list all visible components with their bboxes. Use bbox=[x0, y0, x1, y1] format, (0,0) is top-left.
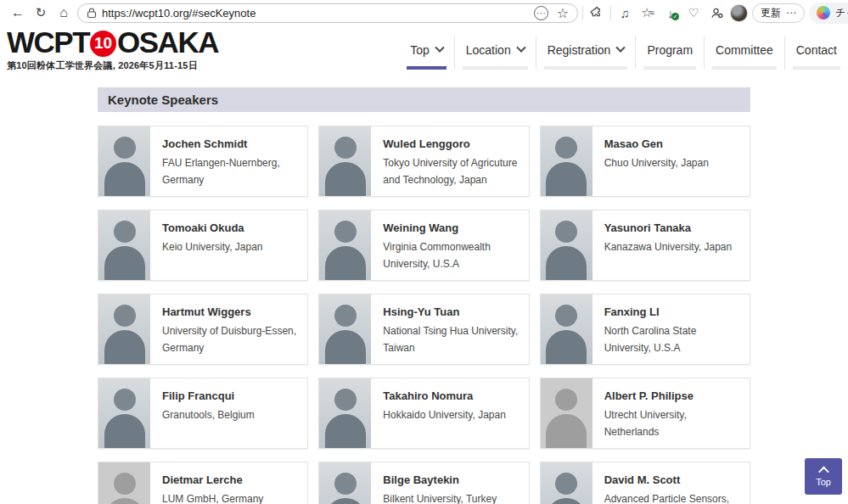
media-playing-icon[interactable] bbox=[615, 3, 634, 22]
speaker-affiliation: Hokkaido University, Japan bbox=[383, 406, 506, 423]
profile-icon[interactable] bbox=[707, 3, 726, 22]
speaker-name: Yasunori Tanaka bbox=[604, 221, 733, 234]
menu-dots-icon bbox=[786, 7, 796, 19]
speaker-info: Tomoaki Okuda Keio University, Japan bbox=[150, 210, 272, 280]
speaker-affiliation: Kanazawa University, Japan bbox=[604, 238, 733, 255]
chevron-up-icon bbox=[818, 466, 829, 477]
account-avatar[interactable] bbox=[730, 4, 748, 22]
browser-essentials-icon[interactable] bbox=[684, 3, 703, 22]
speaker-photo bbox=[98, 294, 150, 364]
speaker-info: Wuled Lenggoro Tokyo University of Agric… bbox=[371, 126, 528, 196]
browser-toolbar: ✓ 更新 チャット bbox=[0, 0, 848, 25]
logo-subtitle: 第10回粉体工学世界会議, 2026年5月11-15日 bbox=[7, 59, 218, 72]
speaker-photo bbox=[541, 462, 592, 504]
speaker-affiliation: North Carolina State University, U.S.A bbox=[604, 322, 741, 357]
logo-wordmark: WCPT 10 OSAKA bbox=[7, 27, 218, 59]
chevron-down-icon bbox=[516, 43, 525, 53]
speaker-name: David M. Scott bbox=[604, 473, 741, 486]
speaker-name: Wuled Lenggoro bbox=[383, 137, 519, 150]
site-header: WCPT 10 OSAKA 第10回粉体工学世界会議, 2026年5月11-15… bbox=[0, 25, 848, 79]
back-to-top-button[interactable]: Top bbox=[805, 458, 842, 495]
speaker-card: Masao Gen Chuo University, Japan bbox=[540, 126, 750, 197]
speaker-info: Jochen Schmidt FAU Erlangen-Nuernberg, G… bbox=[150, 126, 307, 196]
speaker-affiliation: National Tsing Hua University, Taiwan bbox=[383, 322, 519, 357]
speaker-name: Takahiro Nomura bbox=[383, 389, 506, 402]
speaker-grid: Jochen Schmidt FAU Erlangen-Nuernberg, G… bbox=[98, 126, 750, 504]
speaker-photo bbox=[319, 294, 371, 364]
speaker-affiliation: Keio University, Japan bbox=[162, 238, 263, 255]
extensions-icon[interactable] bbox=[587, 3, 606, 22]
update-label: 更新 bbox=[761, 6, 781, 20]
speaker-affiliation: Granutools, Belgium bbox=[162, 406, 255, 423]
nav-item-label: Top bbox=[410, 43, 430, 57]
speaker-photo bbox=[319, 126, 371, 196]
speaker-photo bbox=[98, 210, 150, 280]
speaker-card: Tomoaki Okuda Keio University, Japan bbox=[98, 210, 308, 281]
nav-item-label: Committee bbox=[716, 43, 773, 57]
nav-item[interactable]: Top bbox=[399, 36, 454, 70]
speaker-info: Bilge Baytekin Bilkent University, Turke… bbox=[371, 462, 505, 504]
home-icon[interactable] bbox=[54, 3, 73, 22]
speaker-card: Weining Wang Virginia Commonwealth Unive… bbox=[318, 210, 529, 281]
speaker-affiliation: FAU Erlangen-Nuernberg, Germany bbox=[162, 154, 299, 189]
copilot-chat-button[interactable]: チャット bbox=[809, 3, 848, 24]
nav-item[interactable]: Committee bbox=[704, 36, 784, 70]
reload-icon[interactable] bbox=[31, 3, 50, 22]
more-options-icon[interactable] bbox=[534, 6, 548, 20]
speaker-affiliation: LUM GmbH, Germany bbox=[162, 490, 263, 504]
top-button-label: Top bbox=[816, 477, 831, 487]
speaker-card: Filip Francqui Granutools, Belgium bbox=[98, 378, 308, 449]
page-content: Keynote Speakers Jochen Schmidt FAU Erla… bbox=[0, 79, 848, 504]
logo-number-badge: 10 bbox=[90, 31, 116, 57]
nav-item-label: Location bbox=[466, 43, 511, 57]
url-input[interactable] bbox=[102, 7, 529, 20]
speaker-affiliation: Advanced Particle Sensors, U.S.A bbox=[604, 490, 741, 504]
speaker-photo bbox=[98, 462, 150, 504]
speaker-card: Takahiro Nomura Hokkaido University, Jap… bbox=[318, 378, 529, 449]
speaker-card: Yasunori Tanaka Kanazawa University, Jap… bbox=[540, 210, 750, 281]
logo-post: OSAKA bbox=[117, 27, 218, 59]
nav-item[interactable]: Location bbox=[454, 36, 536, 70]
section-header: Keynote Speakers bbox=[98, 87, 750, 112]
speaker-name: Masao Gen bbox=[604, 137, 709, 150]
speaker-info: Hartmut Wiggers University of Duisburg-E… bbox=[150, 294, 307, 364]
address-bar[interactable] bbox=[77, 3, 578, 23]
speaker-card: Dietmar Lerche LUM GmbH, Germany bbox=[98, 462, 308, 504]
speaker-card: Wuled Lenggoro Tokyo University of Agric… bbox=[318, 126, 529, 197]
speaker-card: Bilge Baytekin Bilkent University, Turke… bbox=[318, 462, 529, 504]
speaker-name: Dietmar Lerche bbox=[162, 473, 263, 486]
speaker-affiliation: University of Duisburg-Essen, Germany bbox=[162, 322, 299, 357]
favorite-star-icon[interactable] bbox=[553, 3, 572, 22]
back-icon[interactable] bbox=[8, 3, 27, 22]
speaker-card: David M. Scott Advanced Particle Sensors… bbox=[540, 462, 750, 504]
toolbar-divider bbox=[610, 6, 611, 20]
speaker-card: Hsing-Yu Tuan National Tsing Hua Univers… bbox=[318, 294, 529, 365]
speaker-photo bbox=[98, 378, 150, 448]
speaker-name: Hsing-Yu Tuan bbox=[383, 305, 519, 318]
update-button[interactable]: 更新 bbox=[752, 3, 805, 23]
speaker-affiliation: Tokyo University of Agricuture and Techn… bbox=[383, 154, 519, 189]
toolbar-divider bbox=[582, 6, 583, 20]
speaker-photo bbox=[319, 462, 371, 504]
nav-item-label: Registration bbox=[548, 43, 611, 57]
speaker-name: Jochen Schmidt bbox=[162, 137, 299, 150]
site-logo[interactable]: WCPT 10 OSAKA 第10回粉体工学世界会議, 2026年5月11-15… bbox=[7, 27, 218, 72]
speaker-photo bbox=[541, 378, 592, 448]
nav-item[interactable]: Registration bbox=[536, 36, 636, 70]
nav-item[interactable]: Program bbox=[635, 36, 704, 70]
lock-icon bbox=[87, 8, 97, 19]
speaker-name: Weining Wang bbox=[383, 221, 519, 234]
nav-item[interactable]: Contact bbox=[784, 36, 848, 70]
main-nav: Top Location Registration Program Commit… bbox=[399, 36, 848, 70]
speaker-info: Dietmar Lerche LUM GmbH, Germany bbox=[150, 462, 272, 504]
speaker-name: Filip Francqui bbox=[162, 389, 255, 402]
chevron-down-icon bbox=[435, 43, 444, 53]
speaker-info: Fanxing LI North Carolina State Universi… bbox=[592, 294, 750, 364]
downloads-icon[interactable]: ✓ bbox=[661, 3, 680, 22]
nav-item-label: Program bbox=[647, 43, 693, 57]
chevron-down-icon bbox=[616, 43, 626, 53]
collections-icon[interactable] bbox=[638, 3, 657, 22]
nav-item-label: Contact bbox=[796, 43, 837, 57]
speaker-info: Albert P. Philipse Utrecht University, N… bbox=[592, 378, 750, 448]
speaker-affiliation: Utrecht University, Netherlands bbox=[604, 406, 741, 441]
